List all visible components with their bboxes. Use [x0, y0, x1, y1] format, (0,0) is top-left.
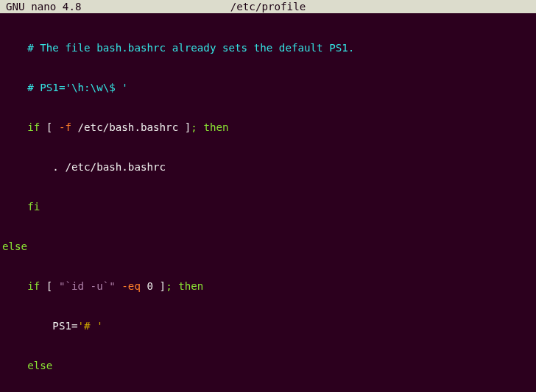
file-name: /etc/profile [230, 0, 306, 13]
comment-line: # PS1= [15, 82, 65, 93]
comment-line: # The file bash.bashrc already sets the … [15, 42, 354, 54]
keyword-else: else [2, 240, 27, 252]
editor-area[interactable]: # The file bash.bashrc already sets the … [0, 13, 536, 392]
keyword-if: if [15, 121, 40, 133]
app-name: GNU nano 4.8 [0, 0, 82, 13]
nano-titlebar: GNU nano 4.8 /etc/profile [0, 0, 536, 13]
keyword-fi: fi [15, 201, 40, 213]
terminal-screen: GNU nano 4.8 /etc/profile # The file bas… [0, 0, 536, 392]
